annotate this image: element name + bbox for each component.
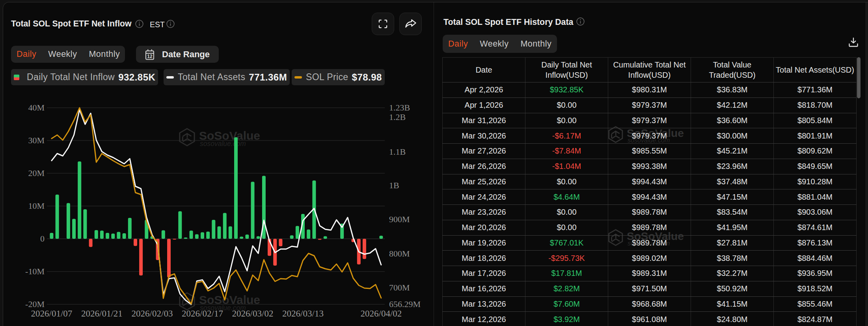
svg-text:1.23B: 1.23B	[389, 103, 410, 112]
svg-text:2026/02/17: 2026/02/17	[182, 309, 223, 319]
svg-text:10M: 10M	[28, 201, 45, 211]
svg-text:-20M: -20M	[25, 299, 45, 309]
svg-text:2026/04/02: 2026/04/02	[361, 309, 402, 319]
svg-text:2026/03/02: 2026/03/02	[232, 309, 274, 319]
svg-text:900M: 900M	[389, 214, 410, 224]
svg-text:2026/03/13: 2026/03/13	[282, 309, 324, 319]
svg-text:30M: 30M	[28, 135, 45, 145]
svg-text:2026/01/07: 2026/01/07	[31, 309, 73, 319]
svg-text:12: 12	[147, 54, 153, 59]
svg-text:2026/01/21: 2026/01/21	[81, 309, 123, 319]
svg-text:1.2B: 1.2B	[389, 112, 406, 122]
svg-text:656.29M: 656.29M	[389, 299, 421, 309]
svg-text:800M: 800M	[389, 249, 410, 259]
svg-text:40M: 40M	[28, 103, 45, 112]
svg-text:2026/02/03: 2026/02/03	[132, 309, 173, 319]
svg-text:20M: 20M	[28, 168, 45, 178]
svg-text:700M: 700M	[389, 283, 410, 292]
svg-text:1.1B: 1.1B	[389, 147, 406, 157]
svg-text:1B: 1B	[389, 180, 399, 190]
svg-text:-10M: -10M	[25, 266, 45, 276]
svg-text:0: 0	[40, 234, 45, 244]
